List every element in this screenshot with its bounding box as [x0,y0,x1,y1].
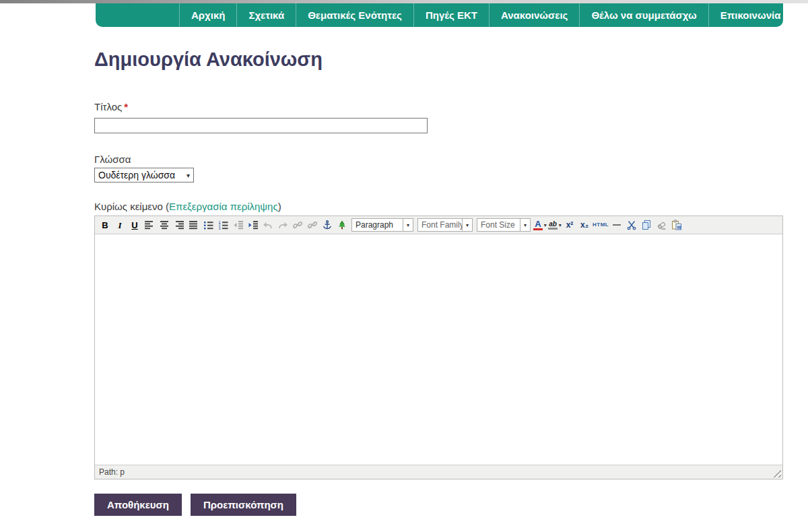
cut-icon [626,220,637,230]
unlink-icon [307,220,318,230]
paste-word-icon: W [671,220,681,230]
preview-button[interactable]: Προεπισκόπηση [191,494,296,516]
undo-button [261,218,275,232]
font-size-select-value: Font Size [477,220,520,230]
editor-path-label: Path: p [99,467,125,477]
subscript-icon: x₂ [580,221,588,229]
horizontal-rule-icon [611,220,622,230]
source-code-button[interactable]: HTML [593,218,609,232]
superscript-button[interactable]: x² [563,218,576,232]
numbered-list-icon: 123 [218,220,229,230]
align-right-icon [174,220,184,230]
nav-item-announcements[interactable]: Ανακοινώσεις [490,3,579,27]
format-select-value: Paragraph [352,220,403,230]
unlink-button [306,218,319,232]
nav-item-wrap-home: Αρχική [179,3,236,27]
body-label-close: ) [278,201,281,212]
nav-item-wrap-ekt-sources: Πηγές ΕΚΤ [413,3,489,27]
indent-button[interactable] [246,218,260,232]
anchor-button[interactable] [321,218,334,232]
bullet-list-button[interactable] [202,218,215,232]
numbered-list-button[interactable]: 123 [217,218,230,232]
copy-button[interactable] [640,218,653,232]
undo-icon [263,220,273,230]
editor-statusbar: Path: p [95,465,782,479]
underline-button[interactable]: U [128,218,141,232]
redo-button [276,218,290,232]
editor-resize-handle[interactable] [773,469,781,477]
backcolor-icon: ab [548,221,558,230]
title-field-label: Τίτλος* [94,101,128,112]
edit-summary-link[interactable]: Επεξεργασία περίληψης [169,201,278,212]
nav-item-wrap-participate: Θέλω να συμμετάσχω [579,3,708,27]
rich-text-editor: BIU123Paragraph▾Font Family▾Font Size▾A▾… [94,215,783,479]
nav-item-wrap-thematic-sections: Θεματικές Ενότητες [296,3,413,27]
paste-word-button[interactable]: W [669,218,683,232]
font-family-select-arrow-icon[interactable]: ▾ [462,219,472,231]
bold-button[interactable]: B [98,218,112,232]
image-button[interactable] [335,218,349,232]
nav-item-participate[interactable]: Θέλω να συμμετάσχω [580,3,708,27]
font-family-select-value: Font Family [418,220,462,230]
subscript-button[interactable]: x₂ [578,218,591,232]
outdent-button [232,218,245,232]
nav-item-wrap-about: Σχετικά [236,3,296,27]
font-size-select-arrow-icon[interactable]: ▾ [520,219,530,231]
page-title: Δημιουργία Ανακοίνωση [94,48,323,71]
bold-icon: B [102,221,108,230]
backcolor-caret-icon[interactable]: ▾ [559,222,562,228]
nav-item-home[interactable]: Αρχική [180,3,236,27]
form-actions: Αποθήκευση Προεπισκόπηση [94,494,296,516]
cleanup-icon [656,220,667,230]
nav-item-wrap-announcements: Ανακοινώσεις [489,3,579,27]
svg-text:W: W [677,225,682,230]
align-center-icon [159,220,170,230]
align-left-icon [144,220,155,230]
nav-item-thematic-sections[interactable]: Θεματικές Ενότητες [296,3,413,27]
body-field-label: Κυρίως κείμενο (Επεξεργασία περίληψης) [94,201,281,212]
copy-icon [641,220,652,230]
italic-button[interactable]: I [113,218,127,232]
editor-body[interactable] [95,234,782,465]
cut-button[interactable] [625,218,638,232]
language-select[interactable]: Ουδέτερη γλώσσα ▾ [94,168,194,182]
align-left-button[interactable] [143,218,156,232]
required-asterisk: * [124,101,128,112]
editor-toolbar: BIU123Paragraph▾Font Family▾Font Size▾A▾… [95,216,782,234]
language-field-label: Γλώσσα [94,154,131,165]
title-label-text: Τίτλος [94,101,122,112]
dropdown-arrow-icon: ▾ [187,172,190,179]
format-select-arrow-icon[interactable]: ▾ [403,219,413,231]
anchor-icon [322,220,333,230]
font-size-select[interactable]: Font Size▾ [477,218,531,232]
nav-item-ekt-sources[interactable]: Πηγές ΕΚΤ [414,3,489,27]
indent-icon [248,220,259,230]
forecolor-icon: A [533,220,542,230]
nav-item-contact[interactable]: Επικοινωνία [709,3,793,27]
svg-text:3: 3 [219,226,221,230]
align-center-button[interactable] [158,218,171,232]
horizontal-rule-button[interactable] [610,218,624,232]
align-right-button[interactable] [172,218,186,232]
align-justify-icon [189,220,199,230]
underline-icon: U [131,221,137,230]
redo-icon [277,220,288,230]
align-justify-button[interactable] [187,218,201,232]
link-button [291,218,304,232]
save-button[interactable]: Αποθήκευση [94,494,182,516]
forecolor-button[interactable]: A▾ [533,218,547,232]
language-select-value: Ουδέτερη γλώσσα [98,170,175,180]
outdent-icon [233,220,244,230]
title-input[interactable] [94,118,428,133]
format-select[interactable]: Paragraph▾ [351,218,413,232]
cleanup-button[interactable] [654,218,668,232]
main-navigation: ΑρχικήΣχετικάΘεματικές ΕνότητεςΠηγές ΕΚΤ… [96,3,783,27]
link-icon [292,220,303,230]
source-code-icon: HTML [593,222,609,228]
forecolor-caret-icon[interactable]: ▾ [544,222,547,228]
font-family-select[interactable]: Font Family▾ [417,218,473,232]
nav-item-wrap-contact: Επικοινωνία [708,3,793,27]
superscript-icon: x² [566,221,574,229]
backcolor-button[interactable]: ab▾ [548,218,562,232]
nav-item-about[interactable]: Σχετικά [237,3,296,27]
